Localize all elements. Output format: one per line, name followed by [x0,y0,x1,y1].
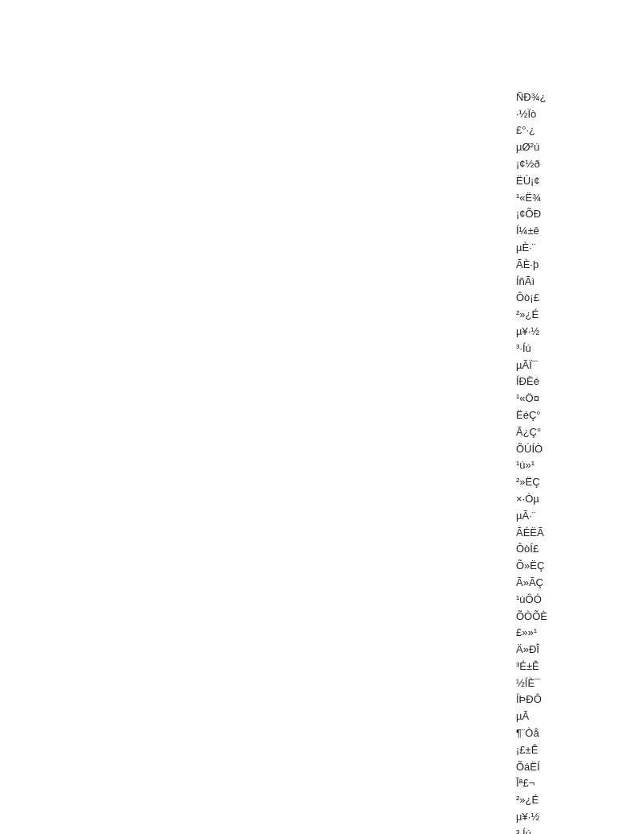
main-text-block: ÑÐ¾¿ ·½Ïò £°·¿ µØ²ú ¡¢½ð ËÚ¡¢ ¹«Ë¾ ¡¢ÕÐ … [516,72,547,834]
text-content: ÑÐ¾¿ ·½Ïò £°·¿ µØ²ú ¡¢½ð ËÚ¡¢ ¹«Ë¾ ¡¢ÕÐ … [516,91,547,834]
